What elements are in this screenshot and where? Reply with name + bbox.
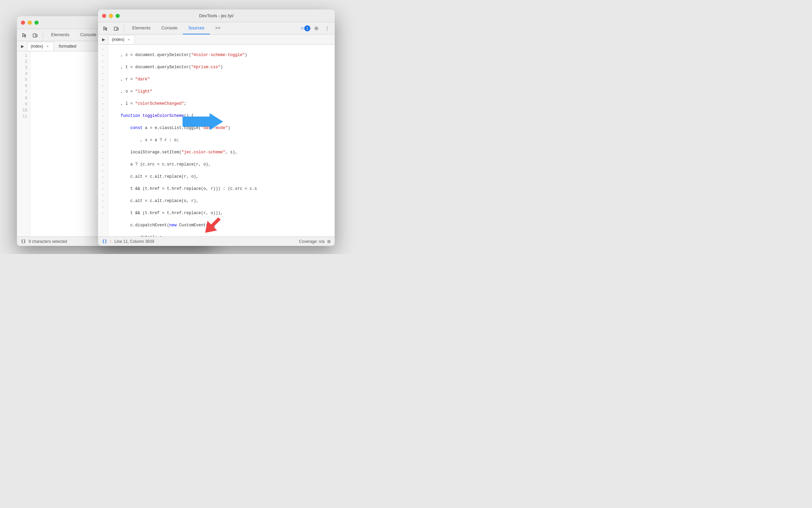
svg-point-6 — [316, 28, 317, 29]
format-icon-2[interactable]: {} — [102, 239, 107, 244]
status-left-2: {} ↑ Line 11, Column 3939 — [102, 239, 154, 244]
status-text-1: 9 characters selected — [28, 239, 67, 244]
tab-sources-2[interactable]: Sources — [183, 22, 210, 34]
sidebar-toggle-2[interactable]: ▶ — [99, 35, 108, 44]
svg-rect-3 — [114, 27, 117, 30]
blue-arrow — [183, 113, 223, 130]
status-right-2: Coverage: n/a ⊞ — [299, 239, 331, 244]
window-title-2: DevTools - jec.fyi/ — [199, 13, 234, 18]
tab-elements-2[interactable]: Elements — [127, 22, 156, 34]
chat-icon[interactable]: 1 — [301, 24, 310, 33]
coverage-text-2: Coverage: n/a — [299, 239, 325, 244]
code-line: c.alt = c.alt.replace(o, r), — [111, 198, 332, 204]
code-content-2: , c = document.querySelector("#color-sch… — [108, 45, 335, 236]
red-arrow — [202, 215, 222, 236]
devtools-body-2: Elements Console Sources >> — [98, 22, 335, 246]
toolbar-divider-2 — [124, 25, 124, 32]
code-line: , o = "light" — [111, 88, 332, 95]
scroll-icon-2[interactable]: ⊞ — [327, 239, 331, 244]
svg-rect-5 — [301, 27, 304, 29]
status-bar-2: {} ↑ Line 11, Column 3939 Coverage: n/a … — [98, 236, 335, 246]
device-icon-2[interactable] — [112, 24, 121, 33]
device-icon[interactable] — [30, 30, 40, 40]
close-tab-index-1[interactable]: × — [45, 44, 50, 49]
tab-bar-2: Elements Console Sources >> — [127, 22, 226, 34]
toolbar-2: Elements Console Sources >> — [98, 22, 335, 34]
tab-elements-1[interactable]: Elements — [46, 29, 75, 41]
traffic-lights-2 — [102, 14, 120, 18]
close-button-1[interactable] — [21, 21, 25, 25]
close-button-2[interactable] — [102, 14, 106, 18]
code-line: t && (t.href = t.href.replace(o, r))) : … — [111, 186, 332, 192]
code-area-2: – – – – – – – – – – – – – – – – – – – – — [98, 45, 335, 236]
code-line: , c = document.querySelector("#color-sch… — [111, 52, 332, 58]
svg-rect-4 — [117, 28, 118, 30]
code-line: c.alt = c.alt.replace(r, o), — [111, 174, 332, 180]
inspect-icon-2[interactable] — [101, 24, 110, 33]
gutter-2: – – – – – – – – – – – – – – – – – – – – — [98, 45, 108, 236]
file-tab-index-2[interactable]: (index) × — [108, 35, 135, 44]
svg-marker-7 — [202, 215, 222, 236]
titlebar-2: DevTools - jec.fyi/ — [98, 9, 335, 22]
position-text-2: Line 11, Column 3939 — [114, 239, 154, 244]
inspect-icon[interactable] — [20, 30, 29, 40]
toolbar-right-2: 1 ⋮ — [301, 24, 332, 33]
code-line: , t = document.querySelector("#prism-css… — [111, 64, 332, 70]
minimize-button-1[interactable] — [28, 21, 32, 25]
sidebar-toggle-1[interactable]: ▶ — [18, 42, 26, 50]
svg-marker-2 — [183, 113, 223, 130]
minimize-button-2[interactable] — [109, 14, 113, 18]
tab-console-2[interactable]: Console — [156, 22, 183, 34]
code-line: , r = "dark" — [111, 76, 332, 82]
format-icon-1[interactable]: {} — [21, 239, 26, 244]
code-line: a ? (c.src = c.src.replace(r, o), — [111, 161, 332, 168]
file-tab-formatted-1[interactable]: :formatted — [54, 42, 80, 51]
badge-count: 1 — [304, 25, 310, 31]
svg-rect-1 — [36, 34, 37, 37]
toolbar-divider-1 — [43, 32, 43, 39]
svg-rect-0 — [33, 34, 36, 37]
status-left-1: {} 9 characters selected — [21, 239, 67, 244]
code-line: , s = a ? r : o; — [111, 137, 332, 143]
code-line: localStorage.setItem("jec.color-scheme",… — [111, 149, 332, 155]
line-numbers-1: 1 2 3 4 5 6 7 8 9 10 11 — [17, 51, 30, 236]
maximize-button-1[interactable] — [34, 21, 39, 25]
traffic-lights-1 — [21, 21, 39, 25]
settings-icon[interactable] — [312, 24, 321, 33]
file-tab-index-1[interactable]: (index) × — [27, 42, 54, 51]
maximize-button-2[interactable] — [116, 14, 120, 18]
tab-more-2[interactable]: >> — [210, 22, 226, 34]
more-icon-2[interactable]: ⋮ — [323, 24, 332, 33]
close-tab-index-2[interactable]: × — [126, 37, 131, 42]
tab-console-1[interactable]: Console — [75, 29, 102, 41]
red-arrow-indicator: ↑ — [110, 239, 112, 244]
file-tabs-2: ▶ (index) × — [98, 34, 335, 45]
code-line: , l = "colorSchemeChanged"; — [111, 101, 332, 107]
